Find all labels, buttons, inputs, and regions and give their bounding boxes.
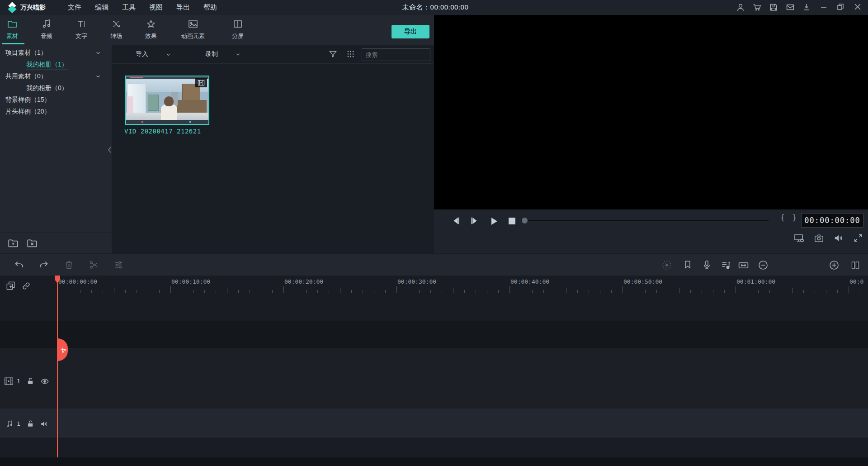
menu-tools[interactable]: 工具: [121, 3, 137, 12]
sidebar-item-intro-samples[interactable]: 片头样例（20）: [5, 108, 51, 116]
ruler-tick: [690, 290, 691, 293]
render-preview-icon[interactable]: [661, 260, 672, 271]
scene-taskbar: [126, 120, 208, 124]
sidebar-item-background-samples[interactable]: 背景样例（15）: [5, 96, 51, 104]
chevron-down-icon[interactable]: [95, 73, 101, 80]
sidebar-item-my-album-1[interactable]: 我的相册（1）: [26, 61, 68, 70]
menu-export[interactable]: 导出: [175, 3, 191, 12]
audio-lock-icon[interactable]: [26, 419, 35, 428]
video-track[interactable]: [0, 348, 868, 409]
volume-icon[interactable]: [833, 233, 844, 243]
minimize-icon[interactable]: [820, 4, 827, 11]
audio-track-number: 1: [17, 420, 20, 427]
sidebar-item-project-media[interactable]: 项目素材（1）: [5, 49, 47, 57]
filmora-window: 万兴喵影 文件 编辑 工具 视图 导出 帮助 未命名：00:00:00:00: [0, 0, 868, 466]
close-icon[interactable]: [854, 3, 862, 11]
audio-track[interactable]: [0, 409, 868, 437]
audio-mixer-icon[interactable]: [721, 260, 731, 271]
download-icon[interactable]: [802, 3, 811, 12]
scene-topbar-red: [130, 77, 143, 78]
ruler-tick: [261, 290, 261, 293]
audio-track-volume-icon[interactable]: [40, 419, 49, 428]
ruler-tick: [238, 290, 239, 293]
link-icon[interactable]: [22, 281, 31, 290]
record-button[interactable]: 录制: [205, 50, 218, 58]
fullscreen-icon[interactable]: [853, 233, 863, 243]
track-panels-icon[interactable]: [850, 260, 861, 271]
media-clip-thumbnail[interactable]: [125, 76, 209, 125]
display-settings-icon[interactable]: [794, 233, 805, 244]
menu-view[interactable]: 视图: [148, 3, 164, 12]
ruler-tick: [679, 288, 679, 293]
cart-icon[interactable]: [753, 3, 762, 12]
add-track-icon[interactable]: [5, 281, 16, 291]
menu-edit[interactable]: 编辑: [94, 3, 109, 12]
panel-collapse-icon[interactable]: [108, 144, 112, 156]
timeline-empty-strip: [0, 294, 868, 321]
menu-help[interactable]: 帮助: [203, 3, 218, 12]
sidebar-item-shared-media[interactable]: 共用素材（0）: [5, 72, 47, 81]
video-visibility-eye-icon[interactable]: [40, 377, 50, 386]
import-chevron-icon[interactable]: [165, 52, 171, 57]
video-lock-icon[interactable]: [26, 377, 35, 385]
stop-icon[interactable]: [508, 217, 516, 225]
ruler-tick: [351, 290, 352, 293]
audio-track-note-icon: [5, 419, 14, 428]
seek-bar[interactable]: [521, 220, 769, 221]
save-icon[interactable]: [769, 3, 778, 12]
snapshot-icon[interactable]: [814, 233, 824, 243]
play-icon[interactable]: [488, 216, 499, 227]
cut-icon[interactable]: [89, 260, 99, 270]
voiceover-mic-icon[interactable]: [702, 260, 712, 270]
zoom-in-icon[interactable]: [829, 260, 840, 271]
filter-icon[interactable]: [328, 49, 338, 59]
tab-transitions[interactable]: 转场: [106, 19, 127, 40]
mail-icon[interactable]: [786, 3, 795, 12]
ruler-tick: [103, 290, 103, 293]
delete-folder-icon[interactable]: [26, 238, 38, 249]
preview-video-area[interactable]: [434, 15, 868, 209]
timeline-ruler[interactable]: 00:00:00:00 00:00:10:00 00:00:20:00 00:0…: [0, 276, 868, 294]
tab-splitscreen[interactable]: 分屏: [227, 19, 248, 40]
account-icon[interactable]: [736, 3, 745, 12]
tab-elements[interactable]: 动画元素: [174, 19, 212, 40]
ruler-tick: [159, 290, 160, 293]
add-folder-icon[interactable]: [7, 238, 19, 249]
ruler-tick: [600, 290, 600, 293]
tab-media[interactable]: 素材: [2, 19, 23, 40]
zoom-out-icon[interactable]: [758, 260, 769, 271]
chevron-down-icon[interactable]: [95, 50, 101, 56]
titlebar: 万兴喵影 文件 编辑 工具 视图 导出 帮助 未命名：00:00:00:00: [0, 0, 868, 15]
sidebar-item-my-album-0[interactable]: 我的相册（0）: [26, 84, 68, 92]
ruler-tick: [521, 290, 521, 293]
ruler-tick: [295, 290, 295, 293]
ruler-tick: [396, 286, 397, 293]
tab-audio[interactable]: 音频: [36, 19, 57, 40]
grid-view-icon[interactable]: [346, 50, 355, 58]
menu-file[interactable]: 文件: [67, 3, 82, 12]
next-frame-icon[interactable]: [469, 216, 479, 226]
app-name: 万兴喵影: [20, 4, 46, 12]
previous-frame-icon[interactable]: [451, 216, 461, 226]
preview-timecode: 00:00:00:00: [801, 213, 863, 228]
mark-in-icon[interactable]: {: [780, 213, 785, 222]
fit-timeline-icon[interactable]: [738, 260, 749, 271]
playhead[interactable]: [57, 276, 58, 457]
ruler-tick: [250, 290, 250, 293]
app-logo-icon: [6, 2, 18, 14]
adjust-icon[interactable]: [113, 260, 124, 270]
marker-icon[interactable]: [683, 260, 693, 270]
tab-text[interactable]: 文字: [71, 19, 92, 40]
delete-icon[interactable]: [64, 260, 74, 270]
redo-icon[interactable]: [38, 260, 49, 271]
ruler-tick: [340, 288, 340, 293]
record-chevron-icon[interactable]: [235, 52, 241, 57]
import-button[interactable]: 导入: [136, 50, 148, 58]
export-button[interactable]: 导出: [392, 25, 429, 38]
tab-effects[interactable]: 效果: [141, 19, 161, 40]
undo-icon[interactable]: [14, 260, 24, 271]
restore-icon[interactable]: [836, 3, 844, 11]
mark-out-icon[interactable]: }: [792, 213, 797, 222]
seek-thumb[interactable]: [522, 218, 528, 223]
media-clip-name[interactable]: VID_20200417_212621: [124, 128, 201, 135]
